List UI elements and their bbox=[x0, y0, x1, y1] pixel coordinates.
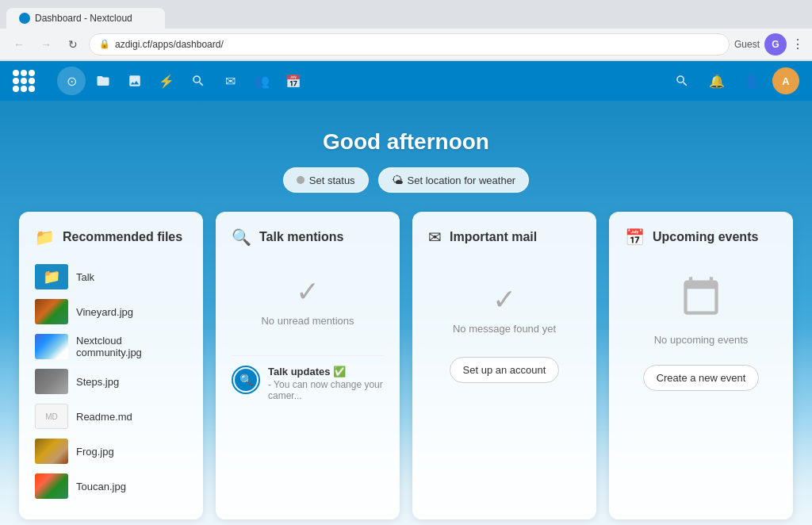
mail-empty-state: ✓ No message found yet Set up an account bbox=[428, 259, 580, 399]
calendar-card-icon: 📅 bbox=[625, 228, 645, 247]
app-header: ⊙ ⚡ ✉ 👥 📅 🔔 👤 A bbox=[0, 61, 812, 101]
card-header-events: 📅 Upcoming events bbox=[625, 228, 777, 247]
talk-mentions-card: 🔍 Talk mentions ✓ No unread mentions 🔍 T… bbox=[216, 212, 400, 519]
guest-label: Guest bbox=[734, 39, 760, 50]
file-name-frog: Frog.jpg bbox=[76, 446, 114, 458]
search-icon-btn[interactable] bbox=[668, 67, 696, 95]
talk-update-item[interactable]: 🔍 Talk updates ✅ - You can now change yo… bbox=[232, 355, 384, 411]
file-name-talk: Talk bbox=[76, 271, 94, 283]
notifications-button[interactable]: 🔔 bbox=[703, 67, 731, 95]
file-item-vineyard[interactable]: Vineyard.jpg bbox=[35, 294, 187, 329]
upcoming-events-card: 📅 Upcoming events No upcoming events Cre… bbox=[609, 212, 793, 519]
talk-update-text: - You can now change your camer... bbox=[268, 379, 384, 401]
talk-avatar-inner: 🔍 bbox=[235, 369, 257, 391]
address-bar[interactable]: 🔒 azdigi.cf/apps/dashboard/ bbox=[89, 33, 730, 56]
file-list: 📁 Talk Vineyard.jpg Nextcloud community.… bbox=[35, 259, 187, 504]
file-name-steps: Steps.jpg bbox=[76, 376, 119, 388]
nav-mail[interactable]: ✉ bbox=[216, 67, 244, 95]
talk-card-icon: 🔍 bbox=[232, 228, 251, 247]
file-item-toucan[interactable]: Toucan.jpg bbox=[35, 469, 187, 504]
nextcloud-logo bbox=[13, 70, 35, 92]
reload-button[interactable]: ↻ bbox=[62, 33, 84, 56]
folder-card-icon: 📁 bbox=[35, 228, 55, 247]
card-header-mail: ✉ Important mail bbox=[428, 228, 580, 247]
talk-empty-text: No unread mentions bbox=[232, 315, 384, 327]
file-name-nextcloud: Nextcloud community.jpg bbox=[76, 335, 187, 358]
weather-icon: 🌤 bbox=[392, 174, 403, 186]
card-header-talk: 🔍 Talk mentions bbox=[232, 228, 384, 247]
file-item-talk[interactable]: 📁 Talk bbox=[35, 259, 187, 294]
talk-update-content: Talk updates ✅ - You can now change your… bbox=[268, 366, 384, 401]
nav-contacts[interactable]: 👥 bbox=[247, 67, 276, 95]
file-thumb-nextcloud bbox=[35, 334, 68, 359]
set-weather-label: Set location for weather bbox=[408, 174, 516, 186]
nav-calendar[interactable]: 📅 bbox=[279, 67, 308, 95]
file-thumb-readme: MD bbox=[35, 404, 68, 429]
talk-update-title: Talk updates ✅ bbox=[268, 366, 384, 377]
greeting-title: Good afternoon bbox=[16, 129, 796, 155]
browser-chrome: Dashboard - Nextcloud ← → ↻ 🔒 azdigi.cf/… bbox=[0, 0, 812, 61]
avatar[interactable]: A bbox=[772, 67, 799, 94]
talk-logo-icon: 🔍 bbox=[239, 374, 253, 386]
nav-icons: ⊙ ⚡ ✉ 👥 📅 bbox=[57, 67, 308, 95]
events-empty-state: No upcoming events Create a new event bbox=[625, 259, 777, 407]
file-name-toucan: Toucan.jpg bbox=[76, 481, 126, 492]
file-item-frog[interactable]: Frog.jpg bbox=[35, 434, 187, 469]
set-status-label: Set status bbox=[309, 174, 355, 186]
back-button[interactable]: ← bbox=[8, 33, 30, 56]
status-dot-icon bbox=[297, 176, 304, 184]
recommended-files-card: 📁 Recommended files 📁 Talk Vineyard.jpg … bbox=[19, 212, 203, 519]
app-logo[interactable] bbox=[13, 70, 35, 92]
file-name-readme: Readme.md bbox=[76, 411, 132, 423]
talk-empty-state: ✓ No unread mentions bbox=[232, 259, 384, 355]
address-text: azdigi.cf/apps/dashboard/ bbox=[115, 39, 224, 50]
file-thumb-toucan bbox=[35, 473, 68, 499]
card-title-events: Upcoming events bbox=[653, 230, 758, 244]
events-empty-text: No upcoming events bbox=[625, 334, 777, 346]
card-title-talk: Talk mentions bbox=[259, 230, 343, 244]
calendar-large-icon bbox=[625, 275, 777, 324]
cards-grid: 📁 Recommended files 📁 Talk Vineyard.jpg … bbox=[0, 212, 812, 525]
mail-check-icon: ✓ bbox=[428, 283, 580, 316]
browser-tab[interactable]: Dashboard - Nextcloud bbox=[6, 8, 165, 29]
card-title-files: Recommended files bbox=[63, 230, 182, 244]
card-title-mail: Important mail bbox=[450, 230, 537, 244]
file-thumb-vineyard bbox=[35, 299, 68, 324]
nav-activity[interactable]: ⚡ bbox=[152, 67, 181, 95]
nav-photos[interactable] bbox=[121, 67, 149, 95]
greeting-section: Good afternoon Set status 🌤 Set location… bbox=[0, 101, 812, 212]
browser-toolbar: ← → ↻ 🔒 azdigi.cf/apps/dashboard/ Guest … bbox=[0, 29, 812, 60]
file-item-readme[interactable]: MD Readme.md bbox=[35, 399, 187, 434]
browser-tabs: Dashboard - Nextcloud bbox=[0, 0, 812, 29]
file-thumb-steps bbox=[35, 369, 68, 394]
browser-menu[interactable]: ⋮ bbox=[791, 36, 804, 52]
file-icon-talk: 📁 bbox=[35, 264, 68, 289]
lock-icon: 🔒 bbox=[99, 39, 110, 49]
nav-dashboard[interactable]: ⊙ bbox=[57, 67, 86, 95]
forward-button[interactable]: → bbox=[35, 33, 57, 56]
mail-card-icon: ✉ bbox=[428, 228, 442, 247]
greeting-buttons: Set status 🌤 Set location for weather bbox=[16, 167, 796, 193]
check-icon: ✓ bbox=[232, 275, 384, 308]
set-status-button[interactable]: Set status bbox=[283, 167, 369, 193]
tab-favicon bbox=[19, 13, 30, 24]
file-thumb-frog bbox=[35, 439, 68, 464]
nav-files[interactable] bbox=[89, 67, 117, 95]
header-right: 🔔 👤 A bbox=[668, 67, 799, 95]
mail-empty-text: No message found yet bbox=[428, 323, 580, 335]
browser-profile[interactable]: G bbox=[764, 33, 787, 56]
set-weather-button[interactable]: 🌤 Set location for weather bbox=[378, 167, 530, 193]
file-name-vineyard: Vineyard.jpg bbox=[76, 306, 133, 318]
create-event-button[interactable]: Create a new event bbox=[643, 365, 760, 391]
card-header-files: 📁 Recommended files bbox=[35, 228, 187, 247]
file-item-steps[interactable]: Steps.jpg bbox=[35, 364, 187, 399]
setup-account-button[interactable]: Set up an account bbox=[450, 357, 560, 383]
nav-search[interactable] bbox=[184, 67, 213, 95]
settings-button[interactable]: 👤 bbox=[737, 67, 766, 95]
talk-update-avatar: 🔍 bbox=[232, 366, 260, 394]
file-item-nextcloud[interactable]: Nextcloud community.jpg bbox=[35, 329, 187, 364]
tab-label: Dashboard - Nextcloud bbox=[35, 13, 132, 24]
important-mail-card: ✉ Important mail ✓ No message found yet … bbox=[412, 212, 596, 519]
main-content: Good afternoon Set status 🌤 Set location… bbox=[0, 101, 812, 525]
